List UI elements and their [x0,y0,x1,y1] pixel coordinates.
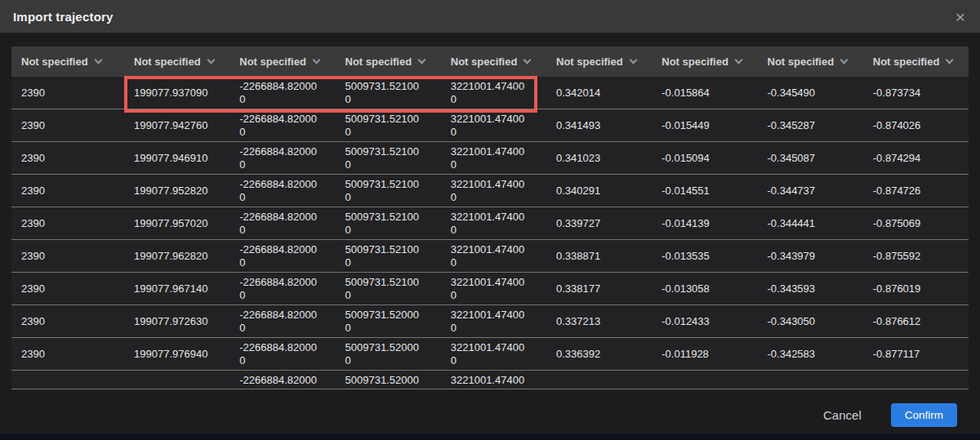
table-cell: 5009731.520000 [336,341,441,367]
table-cell: 2390 [11,119,124,132]
table-cell: 3221001.474000 [441,211,546,237]
table-cell: -0.344737 [758,184,863,198]
table-container: Not specifiedNot specifiedNot specifiedN… [0,33,980,390]
table-header-row: Not specifiedNot specifiedNot specifiedN… [11,47,969,77]
table-cell: -0.874294 [863,152,969,165]
column-header-label: Not specified [451,56,518,68]
table-cell: -0.345287 [758,119,863,132]
table-cell: -0.015449 [652,119,757,132]
table-row: 2390199077.937090-2266884.8200005009731.… [11,77,969,109]
table-cell: -2266884.820000 [229,211,335,237]
column-header-label: Not specified [345,56,412,68]
table-cell: 0.339727 [546,217,652,230]
table-cell: -0.342583 [758,348,863,361]
chevron-down-icon [312,56,320,64]
table-cell: -0.876612 [863,315,969,328]
close-icon[interactable]: × [956,8,965,25]
table-row-partial: -2266884.8200005009731.5200003221001.474… [11,371,969,389]
table-cell: 3221001.474000 [441,341,546,367]
table-cell: 5009731.520000 [336,309,441,335]
table-cell: -0.014139 [652,217,757,230]
column-header-dropdown-1[interactable]: Not specified [11,47,124,77]
table-cell: -0.013535 [652,250,757,263]
table-cell: 3221001.474000 [441,113,546,139]
table-cell: 199077.946910 [124,152,229,165]
table-cell [863,371,969,374]
table-cell: -0.344441 [758,217,863,230]
table-cell: -2266884.820000 [229,178,335,204]
table-cell: 0.340291 [546,184,652,198]
column-header-dropdown-2[interactable]: Not specified [124,47,229,77]
table-cell: -0.876019 [863,282,969,296]
table-cell: 199077.942760 [124,119,229,132]
column-header-dropdown-7[interactable]: Not specified [652,47,757,77]
table-cell [546,371,652,374]
column-header-dropdown-4[interactable]: Not specified [336,47,441,77]
chevron-down-icon [94,56,102,64]
table-cell: -0.874026 [863,119,969,132]
table-cell: -2266884.820000 [229,276,335,302]
confirm-button[interactable]: Confirm [891,403,957,427]
table-cell: 199077.972630 [124,315,229,328]
table-cell [11,371,124,374]
table-cell: -0.874726 [863,184,969,198]
table-cell: -0.343050 [758,315,863,328]
column-header-dropdown-8[interactable]: Not specified [758,47,863,77]
table-cell: -0.875069 [863,217,969,230]
table-cell: -0.875592 [863,250,969,263]
column-header-dropdown-3[interactable]: Not specified [229,47,335,77]
table-cell: 5009731.521000 [336,178,441,204]
table-cell: 0.338177 [546,282,652,296]
table-cell: 5009731.521000 [336,80,441,106]
table-cell: 3221001.474000 [441,371,546,389]
table-cell: -0.014551 [652,184,757,198]
table-cell: -2266884.820000 [229,145,335,171]
dialog-footer: Cancel Confirm [823,403,957,427]
table-cell: 199077.976940 [124,348,229,361]
table-row: 2390199077.976940-2266884.8200005009731.… [11,338,969,371]
table-cell: 199077.957020 [124,217,229,230]
table-cell: 2390 [11,315,124,328]
table-cell: -2266884.820000 [229,243,335,269]
table-cell: -2266884.820000 [229,113,335,139]
table-cell: -0.015864 [652,87,757,100]
cancel-button[interactable]: Cancel [823,408,862,422]
table-cell: 2390 [11,87,124,100]
table-row: 2390199077.952820-2266884.8200005009731.… [11,175,969,207]
table-row: 2390199077.967140-2266884.8200005009731.… [11,273,969,305]
column-header-label: Not specified [662,56,728,68]
column-header-dropdown-9[interactable]: Not specified [863,47,969,77]
table-cell: 5009731.521000 [336,276,441,302]
chevron-down-icon [946,56,954,64]
column-header-dropdown-5[interactable]: Not specified [441,47,546,77]
table-cell: 199077.937090 [124,87,229,100]
column-header-label: Not specified [21,56,88,68]
column-header-dropdown-6[interactable]: Not specified [546,47,652,77]
column-header-label: Not specified [556,56,623,68]
table-cell: 2390 [11,152,124,165]
table-cell: 0.341023 [546,152,652,165]
chevron-down-icon [418,56,426,64]
table-cell [652,371,757,374]
table-cell: 2390 [11,250,124,263]
dialog-bottom-edge [0,433,980,440]
dialog-title: Import trajectory [13,10,114,24]
table-cell: 3221001.474000 [441,243,546,269]
table-cell: 2390 [11,348,124,361]
table-cell: 3221001.474000 [441,145,546,171]
table-cell: 0.338871 [546,250,652,263]
table-cell: -0.343593 [758,282,863,296]
table-cell: -0.345087 [758,152,863,165]
table-cell: 5009731.521000 [336,211,441,237]
table-cell: 199077.952820 [124,184,229,198]
table-cell: -2266884.820000 [229,341,335,367]
table-cell: 3221001.474000 [441,80,546,106]
table-cell [124,371,229,374]
table-cell: 2390 [11,282,124,296]
table-cell: 3221001.474000 [441,309,546,335]
chevron-down-icon [629,56,637,64]
table-cell: -0.012433 [652,315,757,328]
table-body: 2390199077.937090-2266884.8200005009731.… [11,77,969,390]
column-header-label: Not specified [873,56,940,68]
table-cell: -0.873734 [863,87,969,100]
